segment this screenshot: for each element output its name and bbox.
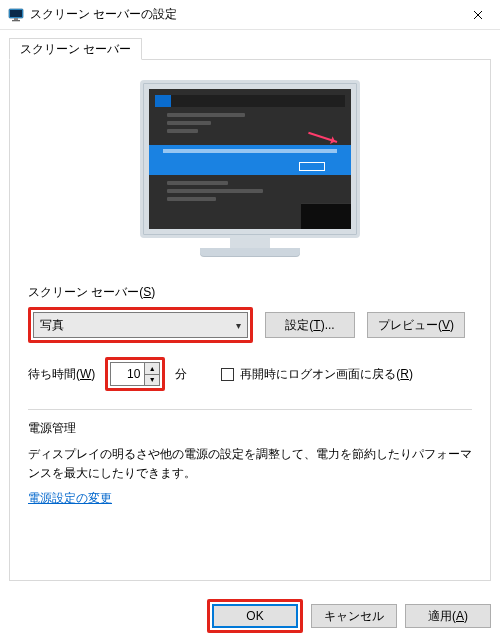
window-title: スクリーン セーバーの設定 [30, 6, 455, 23]
wait-spinner[interactable]: ▲ ▼ [110, 362, 160, 386]
spinner-down[interactable]: ▼ [145, 374, 159, 386]
power-settings-link[interactable]: 電源設定の変更 [28, 490, 112, 507]
tab-label: スクリーン セーバー [20, 41, 131, 58]
ok-button[interactable]: OK [212, 604, 298, 628]
tab-screensaver[interactable]: スクリーン セーバー [9, 38, 142, 60]
screensaver-group-label: スクリーン セーバー(S) [28, 284, 472, 301]
dialog-footer: OK キャンセル 適用(A) [9, 599, 491, 633]
screensaver-preview [149, 89, 351, 229]
power-management-title: 電源管理 [28, 420, 472, 437]
tab-panel: スクリーン セーバー(S) 写真 ▾ 設定(T)... プレビュー(V) 待ち時… [9, 59, 491, 581]
wait-unit: 分 [175, 366, 187, 383]
combobox-value: 写真 [40, 317, 64, 334]
tab-strip: スクリーン セーバー [9, 38, 491, 60]
power-management-text: ディスプレイの明るさや他の電源の設定を調整して、電力を節約したりパフォーマンスを… [28, 445, 472, 482]
cancel-button[interactable]: キャンセル [311, 604, 397, 628]
title-bar: スクリーン セーバーの設定 [0, 0, 500, 30]
svg-rect-3 [12, 20, 20, 21]
apply-button[interactable]: 適用(A) [405, 604, 491, 628]
checkbox-label: 再開時にログオン画面に戻る(R) [240, 366, 413, 383]
wait-label: 待ち時間(W) [28, 366, 95, 383]
close-button[interactable] [455, 0, 500, 30]
preview-button[interactable]: プレビュー(V) [367, 312, 465, 338]
settings-button[interactable]: 設定(T)... [265, 312, 355, 338]
highlight-ok: OK [207, 599, 303, 633]
close-icon [473, 10, 483, 20]
screensaver-combobox[interactable]: 写真 ▾ [33, 312, 248, 338]
checkbox-box [221, 368, 234, 381]
resume-logon-checkbox[interactable]: 再開時にログオン画面に戻る(R) [221, 366, 413, 383]
client-area: スクリーン セーバー [0, 30, 500, 590]
svg-rect-1 [10, 10, 22, 17]
spinner-up[interactable]: ▲ [145, 363, 159, 374]
separator [28, 409, 472, 410]
app-icon [8, 7, 24, 23]
preview-monitor [28, 80, 472, 256]
svg-rect-2 [14, 18, 18, 20]
chevron-down-icon: ▾ [236, 320, 241, 331]
highlight-combo: 写真 ▾ [28, 307, 253, 343]
wait-input[interactable] [110, 362, 144, 386]
highlight-wait-spinner: ▲ ▼ [105, 357, 165, 391]
